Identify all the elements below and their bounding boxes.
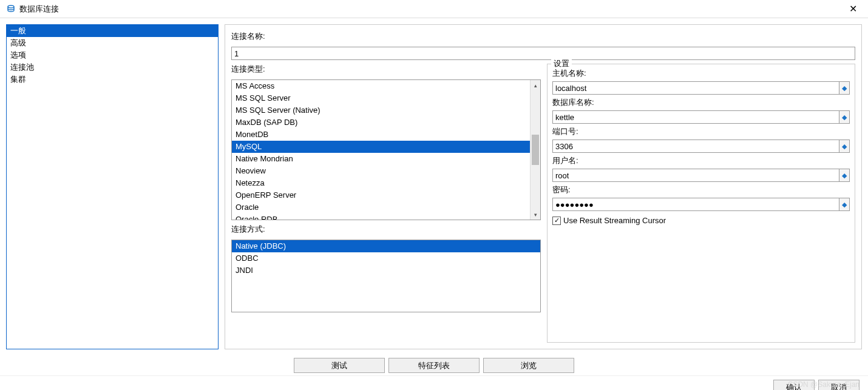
conn-name-input[interactable] <box>231 47 855 60</box>
password-label: 密码: <box>552 184 850 195</box>
variable-icon[interactable]: ◆ <box>839 81 850 95</box>
svg-point-0 <box>8 5 14 8</box>
user-label: 用户名: <box>552 155 850 166</box>
conn-method-label: 连接方式: <box>231 224 541 235</box>
list-item[interactable]: Native Mondrian <box>232 153 530 165</box>
port-input[interactable] <box>552 140 839 153</box>
list-item[interactable]: MS Access <box>232 80 530 92</box>
list-item[interactable]: MonetDB <box>232 129 530 141</box>
scroll-thumb[interactable] <box>532 135 539 165</box>
db-input[interactable] <box>552 110 839 124</box>
sidebar-item[interactable]: 选项 <box>7 49 218 61</box>
variable-icon[interactable]: ◆ <box>839 198 850 211</box>
feature-list-button[interactable]: 特征列表 <box>388 358 480 373</box>
list-item[interactable]: Native (JDBC) <box>232 240 540 252</box>
variable-icon[interactable]: ◆ <box>839 169 850 182</box>
list-item[interactable]: MS SQL Server (Native) <box>232 104 530 116</box>
dialog-body: 一般高级选项连接池集群 连接名称: 连接类型: MS AccessMS SQL … <box>0 18 868 355</box>
port-label: 端口号: <box>552 126 850 137</box>
conn-method-listbox[interactable]: Native (JDBC)ODBCJNDI <box>231 240 541 312</box>
list-item[interactable]: Neoview <box>232 165 530 177</box>
sidebar-item[interactable]: 集群 <box>7 73 218 86</box>
list-item[interactable]: Netezza <box>232 177 530 189</box>
conn-type-listbox[interactable]: MS AccessMS SQL ServerMS SQL Server (Nat… <box>231 79 541 220</box>
sidebar-item[interactable]: 连接池 <box>7 61 218 73</box>
database-icon <box>6 4 16 14</box>
password-input[interactable] <box>552 198 839 211</box>
titlebar: 数据库连接 ✕ <box>0 0 868 18</box>
list-item[interactable]: MS SQL Server <box>232 92 530 104</box>
list-item[interactable]: Oracle RDB <box>232 213 530 220</box>
cancel-button[interactable]: 取消 <box>818 380 860 390</box>
right-column: 设置 主机名称: ◆ 数据库名称: ◆ <box>547 64 855 343</box>
footer: 确认 取消 <box>0 375 868 390</box>
variable-icon[interactable]: ◆ <box>839 110 850 124</box>
scroll-down-icon[interactable]: ▾ <box>531 209 540 220</box>
main-panel: 连接名称: 连接类型: MS AccessMS SQL ServerMS SQL… <box>225 24 862 349</box>
ok-button[interactable]: 确认 <box>773 380 815 390</box>
stream-cursor-row[interactable]: ✓ Use Result Streaming Cursor <box>552 216 850 225</box>
browse-button[interactable]: 浏览 <box>483 358 574 373</box>
sidebar-item[interactable]: 一般 <box>7 25 218 37</box>
list-item[interactable]: MySQL <box>232 141 530 153</box>
left-column: 连接类型: MS AccessMS SQL ServerMS SQL Serve… <box>231 64 541 343</box>
user-input[interactable] <box>552 169 839 182</box>
list-item[interactable]: ODBC <box>232 252 540 264</box>
window-title: 数据库连接 <box>19 4 844 15</box>
list-item[interactable]: OpenERP Server <box>232 189 530 201</box>
db-label: 数据库名称: <box>552 97 850 108</box>
conn-name-label: 连接名称: <box>231 31 855 42</box>
host-label: 主机名称: <box>552 68 850 79</box>
settings-fieldset: 设置 主机名称: ◆ 数据库名称: ◆ <box>547 64 855 343</box>
list-item[interactable]: JNDI <box>232 264 540 277</box>
host-input[interactable] <box>552 81 839 95</box>
close-button[interactable]: ✕ <box>844 2 862 16</box>
sidebar-item[interactable]: 高级 <box>7 37 218 49</box>
action-button-row: 测试 特征列表 浏览 <box>0 355 868 373</box>
sidebar: 一般高级选项连接池集群 <box>6 24 219 349</box>
variable-icon[interactable]: ◆ <box>839 140 850 153</box>
list-item[interactable]: Oracle <box>232 201 530 213</box>
settings-legend: 设置 <box>551 58 572 69</box>
scroll-up-icon[interactable]: ▴ <box>531 80 540 90</box>
stream-cursor-label: Use Result Streaming Cursor <box>563 216 666 225</box>
test-button[interactable]: 测试 <box>294 358 385 373</box>
conn-type-label: 连接类型: <box>231 64 541 75</box>
list-item[interactable]: MaxDB (SAP DB) <box>232 116 530 129</box>
checkbox-checked-icon[interactable]: ✓ <box>552 217 561 225</box>
scrollbar[interactable]: ▴ ▾ <box>530 80 540 220</box>
